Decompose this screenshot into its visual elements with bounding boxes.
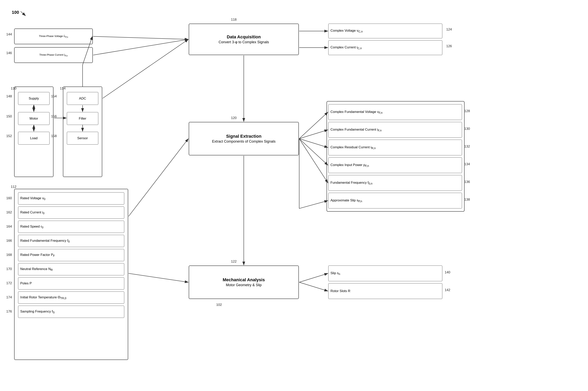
ref-110: 110 <box>11 87 16 91</box>
ref-122: 122 <box>231 260 237 264</box>
adc-box: ADC <box>67 92 98 105</box>
param-rotor-temp-label: Initial Rotor Temperature ΘTR,0 <box>20 295 66 300</box>
complex-voltage-box: Complex Voltage vC,n <box>328 24 442 38</box>
ref-164: 164 <box>6 225 12 229</box>
ref-158: 158 <box>51 134 57 138</box>
rotor-slots-box: Rotor Slots R <box>328 283 442 299</box>
three-phase-current-box: Three-Phase Current īP,n <box>14 47 93 63</box>
ref-154: 154 <box>51 95 57 98</box>
ref-136: 136 <box>464 180 470 184</box>
complex-current-box: Complex Current iC,n <box>328 40 442 55</box>
data-acquisition-subtitle: Convert 3-φ to Complex Signals <box>219 40 269 44</box>
svg-line-11 <box>299 139 328 148</box>
param-sampling-freq-label: Sampling Frequency fS <box>20 309 55 314</box>
param-rated-freq-label: Rated Fundamental Frequency f0 <box>20 239 70 243</box>
cfv-box: Complex Fundamental Voltage vF,n <box>328 104 462 120</box>
ff-label: Fundamental Frequency f0,n <box>331 181 372 185</box>
diagram-label: 100 <box>12 10 19 15</box>
slip-box: Slip sn <box>328 266 442 281</box>
sensor-box: Sensor <box>67 132 98 145</box>
svg-line-7 <box>299 112 328 139</box>
param-rated-speed: Rated Speed r0 <box>18 221 124 233</box>
param-poles: Poles P <box>18 277 124 290</box>
ref-152: 152 <box>6 134 12 138</box>
param-rated-current-label: Rated Current i0 <box>20 210 44 215</box>
ref-156: 156 <box>51 114 57 118</box>
ref-130: 130 <box>464 127 470 131</box>
adc-label: ADC <box>79 97 86 100</box>
load-box: Load <box>18 132 50 145</box>
ref-148: 148 <box>6 95 12 98</box>
ref-166: 166 <box>6 239 12 243</box>
ref-142: 142 <box>445 288 450 292</box>
ref-118: 118 <box>231 18 237 22</box>
param-rated-freq: Rated Fundamental Frequency f0 <box>18 235 124 247</box>
svg-line-26 <box>129 139 188 216</box>
param-sampling-freq: Sampling Frequency fS <box>18 306 124 318</box>
signal-extraction-title: Signal Extraction <box>226 134 261 139</box>
motor-box: Motor <box>18 112 50 125</box>
param-rated-speed-label: Rated Speed r0 <box>20 225 43 229</box>
ref-112: 112 <box>11 185 16 189</box>
data-acquisition-block: Data Acquisition Convert 3-φ to Complex … <box>189 24 299 55</box>
crc-box: Complex Residual Current iR,n <box>328 140 462 155</box>
svg-line-10 <box>299 130 328 139</box>
param-rotor-temp: Initial Rotor Temperature ΘTR,0 <box>18 292 124 304</box>
mechanical-analysis-title: Mechanical Analysis <box>223 277 265 283</box>
ref-138: 138 <box>464 198 470 201</box>
as-label: Approximate Slip sP,n <box>331 198 362 203</box>
cip-label: Complex Input Power pF,n <box>331 163 369 167</box>
signal-extraction-block: Signal Extraction Extract Components of … <box>189 122 299 155</box>
ref-150: 150 <box>6 114 12 118</box>
ref-126: 126 <box>446 44 452 48</box>
supply-label: Supply <box>29 97 39 100</box>
ref-160: 160 <box>6 196 12 200</box>
slip-label: Slip sn <box>331 271 340 276</box>
as-box: Approximate Slip sP,n <box>328 193 462 208</box>
mechanical-analysis-subtitle: Motor Geometry & Slip <box>226 283 262 287</box>
param-rated-voltage: Rated Voltage v0 <box>18 192 124 204</box>
svg-line-9 <box>299 201 328 208</box>
cip-box: Complex Input Power pF,n <box>328 157 462 173</box>
three-phase-voltage-label: Three-Phase Voltage v̄P,n <box>39 35 68 38</box>
three-phase-voltage-box: Three-Phase Voltage v̄P,n <box>14 28 93 44</box>
ref-134: 134 <box>464 162 470 166</box>
ref-170: 170 <box>6 267 12 271</box>
svg-line-15 <box>299 273 328 282</box>
ref-144: 144 <box>6 32 12 36</box>
signal-extraction-subtitle: Extract Components of Complex Signals <box>212 139 275 144</box>
three-phase-current-label: Three-Phase Current īP,n <box>39 53 68 57</box>
ref-132: 132 <box>464 145 470 148</box>
ref-124: 124 <box>446 27 452 31</box>
svg-line-25 <box>129 273 188 282</box>
crc-label: Complex Residual Current iR,n <box>331 145 376 150</box>
svg-line-2 <box>93 36 188 39</box>
data-acquisition-title: Data Acquisition <box>227 34 261 40</box>
ref-102: 102 <box>216 303 222 307</box>
complex-current-label: Complex Current iC,n <box>331 45 362 50</box>
sensor-label: Sensor <box>77 136 88 140</box>
cfc-label: Complex Fundamental Current iF,n <box>331 128 382 132</box>
ref-114: 114 <box>60 87 66 91</box>
ff-box: Fundamental Frequency f0,n <box>328 175 462 191</box>
cfv-label: Complex Fundamental Voltage vF,n <box>331 110 383 114</box>
param-neutral-ref: Neutral Reference NR <box>18 263 124 275</box>
supply-box: Supply <box>18 92 50 105</box>
ref-120: 120 <box>231 116 237 120</box>
ref-162: 162 <box>6 210 12 214</box>
filter-label: Filter <box>79 117 86 120</box>
rotor-slots-label: Rotor Slots R <box>331 289 350 293</box>
ref-174: 174 <box>6 295 12 299</box>
mechanical-analysis-block: Mechanical Analysis Motor Geometry & Sli… <box>189 266 299 299</box>
motor-label: Motor <box>29 117 38 120</box>
ref-176: 176 <box>6 309 12 313</box>
param-poles-label: Poles P <box>20 282 32 285</box>
param-rated-voltage-label: Rated Voltage v0 <box>20 196 45 201</box>
cfc-box: Complex Fundamental Current iF,n <box>328 122 462 138</box>
ref-168: 168 <box>6 253 12 257</box>
param-rated-pf: Rated Power Factor PF <box>18 249 124 261</box>
filter-box: Filter <box>67 112 98 125</box>
svg-line-16 <box>299 282 328 291</box>
ref-140: 140 <box>445 271 450 274</box>
ref-128: 128 <box>464 109 470 113</box>
